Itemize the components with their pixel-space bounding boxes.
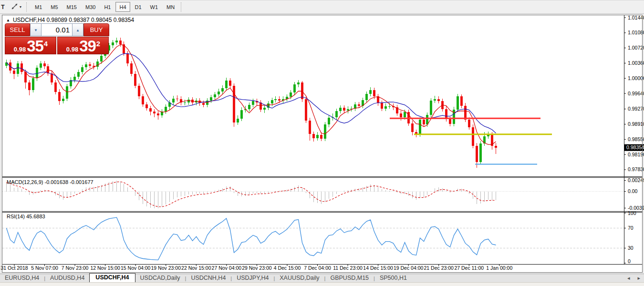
svg-text:70: 70 xyxy=(628,225,634,231)
timeframe-button-W1[interactable]: W1 xyxy=(146,2,162,12)
svg-text:7 Dec 04:00: 7 Dec 04:00 xyxy=(304,265,331,271)
svg-text:12 Nov 15:00: 12 Nov 15:00 xyxy=(90,265,120,271)
svg-text:100: 100 xyxy=(628,210,636,216)
tab-scroll-left-icon[interactable]: ◂ xyxy=(623,275,634,282)
tab-scroll-right-icon[interactable]: ▸ xyxy=(634,275,644,282)
svg-text:0.00: 0.00 xyxy=(628,188,638,194)
svg-text:27 Dec 11:00: 27 Dec 11:00 xyxy=(454,265,484,271)
volume-input[interactable] xyxy=(42,23,72,36)
timeframe-button-H1[interactable]: H1 xyxy=(100,2,114,12)
svg-text:21 Dec 23:00: 21 Dec 23:00 xyxy=(424,265,454,271)
svg-text:7 Nov 23:00: 7 Nov 23:00 xyxy=(62,265,89,271)
svg-text:31 Oct 2018: 31 Oct 2018 xyxy=(0,265,28,271)
volume-decrease-button[interactable]: ▾ xyxy=(30,23,42,36)
tab-sp500-h1[interactable]: SP500,H1 xyxy=(375,274,412,282)
svg-text:1.01440: 1.01440 xyxy=(628,15,644,20)
tab-usdcnh-h4[interactable]: USDCNH,H4 xyxy=(186,274,230,282)
svg-text:29 Nov 23:00: 29 Nov 23:00 xyxy=(242,265,272,271)
svg-text:1.00360: 1.00360 xyxy=(628,60,644,66)
svg-text:1.00000: 1.00000 xyxy=(628,75,644,81)
chart-title: ▲ USDCHF,H4 0.98089 0.98387 0.98045 0.98… xyxy=(6,17,134,23)
rsi-label: RSI(14) 45.6883 xyxy=(7,214,45,219)
timeframe-button-MN[interactable]: MN xyxy=(163,2,178,12)
svg-text:1.01080: 1.01080 xyxy=(628,30,644,35)
tab-eurusd-h4[interactable]: EURUSD,H4 xyxy=(0,274,44,282)
svg-text:0.99640: 0.99640 xyxy=(628,91,644,96)
svg-text:14 Dec 15:00: 14 Dec 15:00 xyxy=(363,265,393,271)
svg-text:19 Nov 23:00: 19 Nov 23:00 xyxy=(151,265,181,271)
buy-price-sup: 2 xyxy=(96,40,100,48)
crosshair-arrows-icon xyxy=(11,3,18,11)
mt4-window: 1.014401.010801.007201.003601.000000.996… xyxy=(0,0,644,286)
chart-tab-bar: EURUSD,H4|AUDUSD,H4USDCHF,H4USDCAD,Daily… xyxy=(0,274,644,282)
timeframe-button-H4[interactable]: H4 xyxy=(115,2,130,12)
sell-price-big: 35 xyxy=(27,38,43,54)
svg-text:0.98910: 0.98910 xyxy=(628,121,644,127)
svg-text:11 Dec 23:00: 11 Dec 23:00 xyxy=(333,265,363,271)
tab-gbpusd-m15[interactable]: GBPUSD,M15 xyxy=(325,274,374,282)
svg-text:0.002492: 0.002492 xyxy=(628,177,644,183)
svg-text:4 Dec 15:00: 4 Dec 15:00 xyxy=(274,265,301,271)
svg-text:0.98550: 0.98550 xyxy=(628,136,644,142)
timeframe-buttons: M1M5M15M30H1H4D1W1MN xyxy=(31,2,179,12)
svg-text:22 Nov 15:00: 22 Nov 15:00 xyxy=(181,265,211,271)
svg-text:0: 0 xyxy=(628,258,631,264)
tab-usdchf-h4[interactable]: USDCHF,H4 xyxy=(89,273,135,282)
timeframe-button-M15[interactable]: M15 xyxy=(63,2,81,12)
sell-button[interactable]: SELL xyxy=(5,23,30,36)
svg-text:1 Jan 00:00: 1 Jan 00:00 xyxy=(486,265,512,271)
toolbar-separator xyxy=(26,2,29,12)
timeframe-button-M5[interactable]: M5 xyxy=(47,2,62,12)
tab-usdcad-daily[interactable]: USDCAD,Daily xyxy=(135,274,185,282)
collapse-triangle-icon[interactable]: ▲ xyxy=(6,18,10,22)
volume-increase-button[interactable]: ▴ xyxy=(72,23,83,36)
svg-text:19 Dec 04:00: 19 Dec 04:00 xyxy=(394,265,424,271)
buy-button[interactable]: BUY xyxy=(83,23,109,36)
date-axis[interactable]: 31 Oct 20185 Nov 07:007 Nov 23:0012 Nov … xyxy=(0,264,512,271)
chart-title-text: USDCHF,H4 0.98089 0.98387 0.98045 0.9835… xyxy=(13,17,134,23)
one-click-trading-panel: SELL ▾ ▴ BUY 0.98 35 4 0.98 39 2 xyxy=(5,23,109,54)
svg-text:27 Nov 04:00: 27 Nov 04:00 xyxy=(212,265,242,271)
tab-audusd-h4[interactable]: AUDUSD,H4 xyxy=(45,274,89,282)
svg-text:5 Nov 07:00: 5 Nov 07:00 xyxy=(31,265,58,271)
buy-price-display[interactable]: 0.98 39 2 xyxy=(57,37,109,54)
toolbar-separator xyxy=(181,2,183,12)
svg-text:1.00720: 1.00720 xyxy=(628,45,644,51)
text-tool-button[interactable]: T xyxy=(0,2,8,12)
status-bar xyxy=(0,282,644,286)
sell-price-display[interactable]: 0.98 35 4 xyxy=(5,37,56,54)
timeframe-button-M30[interactable]: M30 xyxy=(82,2,99,12)
timeframe-button-M1[interactable]: M1 xyxy=(31,2,46,12)
macd-label: MACD(12,26,9) -0.001638 -0.001677 xyxy=(7,179,93,185)
svg-text:30: 30 xyxy=(628,245,634,251)
timeframe-button-D1[interactable]: D1 xyxy=(131,2,145,12)
buy-price-big: 39 xyxy=(79,38,96,54)
svg-text:0.99270: 0.99270 xyxy=(628,106,644,112)
dropdown-caret-icon: ▾ xyxy=(20,5,21,9)
svg-text:0.98354: 0.98354 xyxy=(626,144,644,150)
svg-text:15 Nov 04:00: 15 Nov 04:00 xyxy=(121,265,151,271)
cursor-tool-button[interactable]: ▾ xyxy=(9,2,24,12)
svg-text:0.98190: 0.98190 xyxy=(628,152,644,157)
tab-usdjpy-h4[interactable]: USDJPY,H4 xyxy=(232,274,273,282)
toolbar: T ▾ M1M5M15M30H1H4D1W1MN xyxy=(0,0,644,14)
svg-text:0.97830: 0.97830 xyxy=(628,166,644,172)
tab-xauusd-daily[interactable]: XAUUSD,Daily xyxy=(275,274,324,282)
sell-price-prefix: 0.98 xyxy=(14,46,26,53)
buy-price-prefix: 0.98 xyxy=(66,46,78,53)
sell-price-sup: 4 xyxy=(44,40,48,48)
